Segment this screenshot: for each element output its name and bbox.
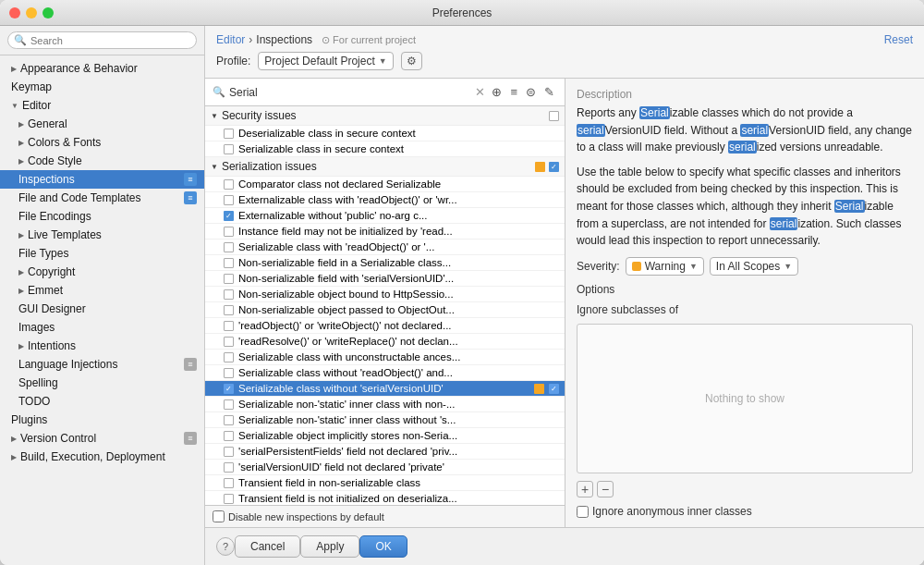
item-checked-icon[interactable]: ✓	[224, 211, 234, 221]
insp-item-comparator[interactable]: Comparator class not declared Serializab…	[205, 177, 565, 192]
insp-item-externalizable-public[interactable]: ✓ Externalizable without 'public' no-arg…	[205, 208, 565, 224]
item-checkbox[interactable]	[224, 227, 234, 237]
search-input[interactable]	[30, 35, 190, 46]
sidebar-item-intentions[interactable]: ▶ Intentions	[0, 337, 204, 355]
sidebar-item-spelling[interactable]: Spelling	[0, 374, 204, 392]
item-checkbox[interactable]	[224, 305, 234, 315]
item-checkbox[interactable]	[224, 195, 234, 205]
add-subclass-button[interactable]: +	[577, 481, 593, 497]
item-checkbox[interactable]	[224, 431, 234, 441]
item-label: Serializable non-'static' inner class wi…	[238, 414, 559, 425]
item-checkbox[interactable]	[224, 368, 234, 378]
item-checkbox[interactable]	[224, 274, 234, 284]
sidebar-item-appearance[interactable]: ▶ Appearance & Behavior	[0, 59, 204, 78]
remove-subclass-button[interactable]: −	[597, 481, 614, 497]
item-checkbox[interactable]	[224, 242, 234, 252]
disable-new-inspections-checkbox[interactable]	[213, 510, 225, 522]
insp-item-serializable-readobj[interactable]: Serializable class with 'readObject()' o…	[205, 240, 565, 255]
sidebar-item-general[interactable]: ▶ General	[0, 115, 204, 133]
insp-item-nonstatic-inner-without[interactable]: Serializable non-'static' inner class wi…	[205, 412, 565, 428]
item-checkbox[interactable]	[224, 415, 234, 425]
sidebar-item-build-execution[interactable]: ▶ Build, Execution, Deployment	[0, 448, 204, 466]
item-checkbox[interactable]	[224, 289, 234, 300]
insp-item-readobject[interactable]: 'readObject()' or 'writeObject()' not de…	[205, 318, 565, 334]
insp-item-without-svuid[interactable]: ✓ Serializable class without 'serialVers…	[205, 381, 565, 397]
filter-action-btn-2[interactable]: ≡	[507, 84, 520, 100]
sidebar-item-file-types[interactable]: File Types	[0, 244, 204, 263]
minimize-button[interactable]	[26, 7, 37, 18]
sidebar-item-gui-designer[interactable]: GUI Designer	[0, 300, 204, 318]
insp-item-nonstatic-inner-non[interactable]: Serializable non-'static' inner class wi…	[205, 397, 565, 412]
insp-item-non-serializable-svuid[interactable]: Non-serializable field with 'serialVersi…	[205, 271, 565, 287]
group-security-issues[interactable]: ▼ Security issues	[205, 106, 565, 126]
filter-clear-button[interactable]: ✕	[475, 86, 485, 98]
insp-item-non-serializable-objectout[interactable]: Non-serializable object passed to Object…	[205, 302, 565, 318]
scope-select[interactable]: In All Scopes ▼	[710, 257, 798, 276]
sidebar-item-file-code-templates[interactable]: File and Code Templates ≡	[0, 189, 204, 207]
group-checkbox[interactable]	[549, 111, 559, 121]
sidebar-item-todo[interactable]: TODO	[0, 392, 204, 411]
item-checkbox[interactable]	[224, 399, 234, 410]
insp-item-serialpersistentfields[interactable]: 'serialPersistentFields' field not decla…	[205, 444, 565, 460]
insp-item-externalizable-readobj[interactable]: Externalizable class with 'readObject()'…	[205, 192, 565, 208]
apply-button[interactable]: Apply	[300, 535, 359, 558]
item-checkbox[interactable]	[224, 447, 234, 457]
filter-action-btn-1[interactable]: ⊕	[489, 84, 505, 100]
sidebar-item-live-templates[interactable]: ▶ Live Templates	[0, 226, 204, 244]
insp-item-svuid-not-private[interactable]: 'serialVersionUID' field not declared 'p…	[205, 460, 565, 475]
sidebar-item-code-style[interactable]: ▶ Code Style	[0, 152, 204, 170]
item-checkbox[interactable]	[224, 337, 234, 347]
insp-item-transient-non-serializable[interactable]: Transient field in non-serializable clas…	[205, 475, 565, 491]
sidebar-item-images[interactable]: Images	[0, 318, 204, 337]
breadcrumb-project[interactable]: ⊙ For current project	[322, 34, 416, 46]
sidebar-item-plugins[interactable]: Plugins	[0, 411, 204, 429]
ok-button[interactable]: OK	[359, 535, 407, 558]
profile-select[interactable]: Project Default Project ▼	[258, 52, 393, 70]
insp-item-serializable-secure[interactable]: Serializable class in secure context	[205, 141, 565, 157]
item-checkbox[interactable]	[224, 321, 234, 331]
breadcrumb-editor[interactable]: Editor	[216, 33, 245, 46]
item-checkbox[interactable]	[224, 352, 234, 362]
cancel-button[interactable]: Cancel	[235, 535, 300, 558]
group-blue-check[interactable]: ✓	[549, 162, 559, 172]
item-checkbox[interactable]	[224, 462, 234, 473]
item-checkbox[interactable]	[224, 129, 234, 139]
sidebar-item-colors-fonts[interactable]: ▶ Colors & Fonts	[0, 133, 204, 152]
reset-link[interactable]: Reset	[884, 33, 913, 46]
insp-item-instance-field[interactable]: Instance field may not be initialized by…	[205, 224, 565, 240]
sidebar-item-file-encodings[interactable]: File Encodings	[0, 207, 204, 226]
sidebar-item-inspections[interactable]: Inspections ≡	[0, 170, 204, 189]
help-button[interactable]: ?	[216, 537, 235, 556]
insp-item-unconstructable[interactable]: Serializable class with unconstructable …	[205, 350, 565, 365]
search-wrap[interactable]: 🔍	[7, 31, 197, 49]
item-label: Deserializable class in secure context	[238, 128, 559, 139]
insp-item-transient-not-initialized[interactable]: Transient field is not initialized on de…	[205, 491, 565, 505]
group-serialization-issues[interactable]: ▼ Serialization issues ✓	[205, 157, 565, 177]
sidebar-item-version-control[interactable]: ▶ Version Control ≡	[0, 429, 204, 448]
maximize-button[interactable]	[43, 7, 54, 18]
insp-item-implicitly-stores[interactable]: Serializable object implicitly stores no…	[205, 428, 565, 444]
item-checkbox[interactable]	[224, 179, 234, 190]
severity-select[interactable]: Warning ▼	[626, 257, 704, 276]
sidebar-item-language-injections[interactable]: Language Injections ≡	[0, 355, 204, 374]
filter-action-btn-4[interactable]: ✎	[541, 84, 557, 100]
gear-button[interactable]: ⚙	[401, 52, 422, 70]
close-button[interactable]	[9, 7, 20, 18]
filter-input[interactable]	[229, 86, 471, 99]
item-selected-check[interactable]: ✓	[224, 384, 234, 394]
item-checkbox[interactable]	[224, 478, 234, 488]
item-checkbox[interactable]	[224, 258, 234, 268]
insp-item-readresolve[interactable]: 'readResolve()' or 'writeReplace()' not …	[205, 334, 565, 350]
sidebar-item-editor[interactable]: ▼ Editor	[0, 96, 204, 115]
item-checkbox[interactable]	[224, 494, 234, 504]
insp-item-non-serializable-field[interactable]: Non-serializable field in a Serializable…	[205, 255, 565, 271]
sidebar-item-copyright[interactable]: ▶ Copyright	[0, 263, 204, 281]
item-checkbox[interactable]	[224, 144, 234, 154]
insp-item-non-serializable-httpsession[interactable]: Non-serializable object bound to HttpSes…	[205, 287, 565, 302]
sidebar-item-keymap[interactable]: Keymap	[0, 78, 204, 96]
ignore-anon-checkbox[interactable]	[577, 506, 589, 518]
insp-item-deserializable[interactable]: Deserializable class in secure context	[205, 126, 565, 141]
insp-item-without-readobj[interactable]: Serializable class without 'readObject()…	[205, 365, 565, 381]
filter-action-btn-3[interactable]: ⊜	[523, 84, 539, 100]
sidebar-item-emmet[interactable]: ▶ Emmet	[0, 281, 204, 300]
